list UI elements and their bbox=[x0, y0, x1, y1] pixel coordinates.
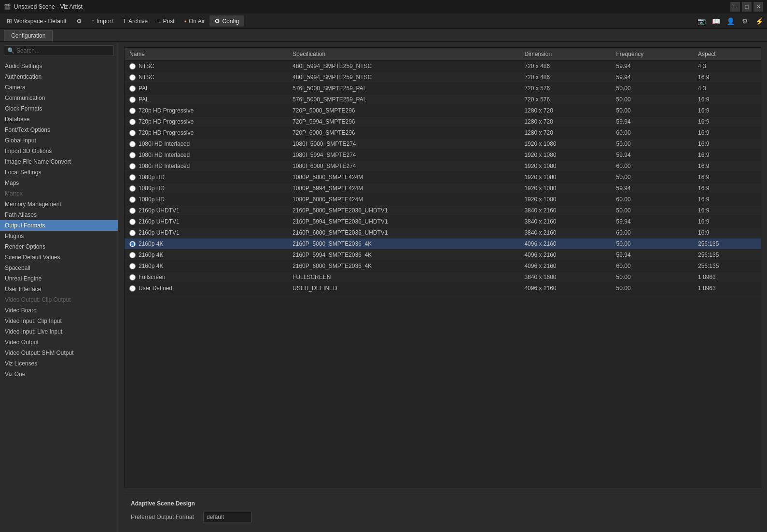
cell-aspect: 16:9 bbox=[693, 127, 761, 139]
table-row[interactable]: 1080i HD Interlaced1080I_5000_SMPTE27419… bbox=[125, 139, 761, 150]
menu-item-config[interactable]: ⚙ Config bbox=[209, 15, 244, 27]
sidebar-item-authentication[interactable]: Authentication bbox=[0, 71, 118, 82]
table-row[interactable]: 1080i HD Interlaced1080I_6000_SMPTE27419… bbox=[125, 161, 761, 172]
sidebar-item-viz-one[interactable]: Viz One bbox=[0, 369, 118, 379]
format-radio[interactable] bbox=[129, 208, 136, 214]
sidebar-item-global-input[interactable]: Global Input bbox=[0, 135, 118, 146]
sidebar-item-scene-default-values[interactable]: Scene Default Values bbox=[0, 252, 118, 263]
format-radio[interactable] bbox=[129, 141, 136, 147]
cell-spec: 2160P_6000_SMPTE2036_UHDTV1 bbox=[288, 227, 519, 238]
table-row[interactable]: 720p HD Progressive720P_6000_SMPTE296128… bbox=[125, 127, 761, 139]
cell-name: 2160p UHDTV1 bbox=[125, 216, 288, 227]
sidebar-item-communication[interactable]: Communication bbox=[0, 93, 118, 103]
menu-item-workspace[interactable]: ⊞ Workspace - Default bbox=[2, 15, 71, 27]
menu-item-onair[interactable]: ● On Air bbox=[180, 16, 210, 27]
minimize-button[interactable]: ─ bbox=[730, 2, 740, 12]
menu-item-archive[interactable]: T Archive bbox=[118, 15, 153, 27]
format-radio[interactable] bbox=[129, 285, 136, 292]
cell-aspect: 16:9 bbox=[693, 139, 761, 150]
sidebar-item-camera[interactable]: Camera bbox=[0, 82, 118, 93]
format-radio[interactable] bbox=[129, 252, 136, 258]
sidebar-item-video-output[interactable]: Video Output bbox=[0, 337, 118, 348]
configuration-tab[interactable]: Configuration bbox=[4, 30, 53, 41]
format-radio[interactable] bbox=[129, 97, 136, 103]
sidebar-item-output-formats[interactable]: Output Formats bbox=[0, 220, 118, 231]
app-icon: 🎬 bbox=[4, 3, 11, 10]
table-row[interactable]: NTSC480I_5994_SMPTE259_NTSC720 x 48659.9… bbox=[125, 72, 761, 83]
menu-item-tools[interactable]: ⚙ bbox=[71, 15, 87, 27]
table-row[interactable]: 1080p HD1080P_5000_SMPTE424M1920 x 10805… bbox=[125, 172, 761, 183]
cell-freq: 60.00 bbox=[612, 194, 693, 205]
sidebar-item-maps[interactable]: Maps bbox=[0, 178, 118, 188]
table-row[interactable]: FullscreenFULLSCREEN3840 x 160050.001.89… bbox=[125, 272, 761, 283]
format-radio[interactable] bbox=[129, 163, 136, 169]
sidebar-item-plugins[interactable]: Plugins bbox=[0, 231, 118, 241]
sidebar-item-font-text-options[interactable]: Font/Text Options bbox=[0, 125, 118, 135]
sidebar-item-unreal-engine[interactable]: Unreal Engine bbox=[0, 273, 118, 284]
format-radio[interactable] bbox=[129, 85, 136, 92]
sidebar-item-video-output-shm-output[interactable]: Video Output: SHM Output bbox=[0, 348, 118, 358]
sidebar-item-audio-settings[interactable]: Audio Settings bbox=[0, 61, 118, 71]
table-row[interactable]: 2160p 4K2160P_5000_SMPTE2036_4K4096 x 21… bbox=[125, 238, 761, 250]
cell-name: PAL bbox=[125, 83, 288, 94]
right-icon-power[interactable]: ⚡ bbox=[753, 15, 765, 27]
sidebar-item-video-input-clip-input[interactable]: Video Input: Clip Input bbox=[0, 316, 118, 326]
format-radio[interactable] bbox=[129, 130, 136, 136]
sidebar-item-render-options[interactable]: Render Options bbox=[0, 241, 118, 252]
close-button[interactable]: ✕ bbox=[753, 2, 763, 12]
table-row[interactable]: 2160p 4K2160P_5994_SMPTE2036_4K4096 x 21… bbox=[125, 250, 761, 261]
right-icon-settings[interactable]: ⚙ bbox=[739, 15, 751, 27]
sidebar-item-path-aliases[interactable]: Path Aliases bbox=[0, 210, 118, 220]
table-row[interactable]: 2160p UHDTV12160P_6000_SMPTE2036_UHDTV13… bbox=[125, 227, 761, 238]
cell-name: 1080i HD Interlaced bbox=[125, 139, 288, 150]
right-icon-user[interactable]: 👤 bbox=[725, 15, 736, 27]
format-radio[interactable] bbox=[129, 185, 136, 192]
right-icon-book[interactable]: 📖 bbox=[710, 15, 722, 27]
table-row[interactable]: PAL576I_5000_SMPTE259_PAL720 x 57650.004… bbox=[125, 83, 761, 94]
format-radio[interactable] bbox=[129, 274, 136, 280]
format-radio[interactable] bbox=[129, 108, 136, 114]
format-radio[interactable] bbox=[129, 152, 136, 158]
format-radio[interactable] bbox=[129, 230, 136, 236]
table-row[interactable]: 1080p HD1080P_6000_SMPTE424M1920 x 10806… bbox=[125, 194, 761, 205]
search-box[interactable]: 🔍 bbox=[4, 45, 114, 56]
table-row[interactable]: 2160p UHDTV12160P_5994_SMPTE2036_UHDTV13… bbox=[125, 216, 761, 227]
menu-item-import[interactable]: ↑ Import bbox=[87, 15, 118, 27]
sidebar-item-spaceball[interactable]: Spaceball bbox=[0, 263, 118, 273]
table-row[interactable]: 2160p UHDTV12160P_5000_SMPTE2036_UHDTV13… bbox=[125, 205, 761, 216]
sidebar-item-video-input-live-input[interactable]: Video Input: Live Input bbox=[0, 326, 118, 337]
sidebar-item-clock-formats[interactable]: Clock Formats bbox=[0, 103, 118, 114]
sidebar-item-memory-management[interactable]: Memory Management bbox=[0, 199, 118, 210]
table-row[interactable]: PAL576I_5000_SMPTE259_PAL720 x 57650.001… bbox=[125, 94, 761, 105]
format-radio[interactable] bbox=[129, 196, 136, 203]
format-radio[interactable] bbox=[129, 263, 136, 269]
cell-dim: 1920 x 1080 bbox=[519, 194, 611, 205]
sidebar-item-database[interactable]: Database bbox=[0, 114, 118, 125]
maximize-button[interactable]: □ bbox=[742, 2, 752, 12]
table-row[interactable]: 720p HD Progressive720P_5994_SMPTE296128… bbox=[125, 116, 761, 127]
table-row[interactable]: User DefinedUSER_DEFINED4096 x 216050.00… bbox=[125, 283, 761, 294]
sidebar-item-video-board[interactable]: Video Board bbox=[0, 305, 118, 316]
sidebar-item-user-interface[interactable]: User Interface bbox=[0, 284, 118, 294]
sidebar-item-viz-licenses[interactable]: Viz Licenses bbox=[0, 358, 118, 369]
format-radio[interactable] bbox=[129, 119, 136, 125]
format-radio[interactable] bbox=[129, 74, 136, 81]
table-row[interactable]: 1080p HD1080P_5994_SMPTE424M1920 x 10805… bbox=[125, 183, 761, 194]
format-radio[interactable] bbox=[129, 174, 136, 181]
table-row[interactable]: 2160p 4K2160P_6000_SMPTE2036_4K4096 x 21… bbox=[125, 261, 761, 272]
sidebar-item-image-file-name-convert[interactable]: Image File Name Convert bbox=[0, 156, 118, 167]
table-row[interactable]: NTSC480I_5994_SMPTE259_NTSC720 x 48659.9… bbox=[125, 61, 761, 72]
search-input[interactable] bbox=[16, 47, 111, 54]
table-row[interactable]: 720p HD Progressive720P_5000_SMPTE296128… bbox=[125, 105, 761, 116]
table-row[interactable]: 1080i HD Interlaced1080I_5994_SMPTE27419… bbox=[125, 150, 761, 161]
format-radio[interactable] bbox=[129, 63, 136, 70]
right-icon-camera[interactable]: 📷 bbox=[696, 15, 707, 27]
cell-name: 2160p 4K bbox=[125, 261, 288, 272]
cell-name: 1080p HD bbox=[125, 194, 288, 205]
format-radio[interactable] bbox=[129, 219, 136, 225]
sidebar-item-import-3d-options[interactable]: Import 3D Options bbox=[0, 146, 118, 156]
menu-item-post[interactable]: ≡ Post bbox=[153, 15, 180, 27]
sidebar-item-local-settings[interactable]: Local Settings bbox=[0, 167, 118, 178]
format-radio[interactable] bbox=[129, 241, 136, 247]
preferred-output-format-input[interactable] bbox=[203, 512, 251, 522]
